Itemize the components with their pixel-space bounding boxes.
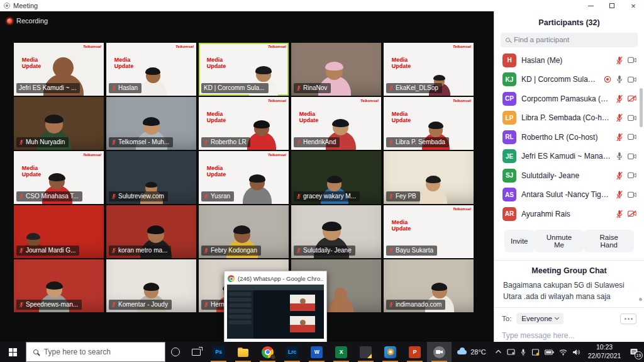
chevron-up-icon[interactable]	[495, 349, 502, 354]
invite-button[interactable]: Invite	[504, 230, 535, 252]
chat-message-input[interactable]	[502, 331, 636, 340]
video-tile[interactable]: Febry Kodongan	[199, 205, 289, 258]
participant-row[interactable]: H Haslan (Me)	[494, 51, 644, 71]
taskbar-app-word[interactable]: W	[304, 342, 329, 362]
muted-mic-icon	[296, 193, 301, 200]
participant-row[interactable]: RL Robertho LR (Co-host)	[494, 128, 644, 147]
cam-on-icon	[628, 153, 636, 160]
notification-center-button[interactable]: 19	[625, 342, 644, 362]
video-tile[interactable]: Telkomsel Media Update CSO Minahasa T...	[14, 151, 104, 204]
taskbar-app-excel[interactable]: X	[329, 342, 353, 362]
taskbar-clock[interactable]: 10:23 22/07/2021	[584, 342, 626, 362]
raise-hand-button[interactable]: Raise Hand	[584, 230, 634, 252]
video-tile[interactable]: gracey wakary M...	[291, 151, 381, 204]
participant-row[interactable]: JE Jefri ES Kamudi ~ Manado	[494, 147, 644, 166]
microphone-tray-icon[interactable]	[520, 348, 526, 356]
video-tile[interactable]: Telkomsel - Muh...	[106, 97, 196, 150]
tile-name-label: Robertho LR	[201, 137, 250, 147]
tile-name-label: Komentar - Joudy	[109, 300, 172, 310]
mic-off-icon	[616, 133, 623, 142]
participant-row[interactable]: KJ KD | Corcomm Sulaw... (Host)	[494, 70, 644, 89]
telkomsel-logo: Telkomsel	[83, 153, 101, 157]
taskbar-app-sticky-notes[interactable]	[353, 342, 378, 362]
video-tile[interactable]: Sulutdaily- Jeane	[291, 205, 381, 258]
video-tile[interactable]: Telkomsel Media Update Libra P. Sembada	[384, 97, 474, 150]
clock-date: 22/07/2021	[588, 352, 621, 361]
utility-tray-icon[interactable]	[531, 349, 540, 356]
whatsapp-thumbnail[interactable]	[227, 285, 324, 339]
video-tile[interactable]: Telkomsel Media Update Jefri ES Kamudi ~…	[14, 43, 104, 96]
weather-widget[interactable]: 28°C	[452, 342, 492, 362]
video-tile[interactable]: Telkomsel Media Update HendrikAnd	[291, 97, 381, 150]
taskbar-app-photoshop[interactable]: Ps	[206, 342, 231, 362]
tile-name-label: Yusran	[201, 191, 234, 201]
video-tile[interactable]: Komentar - Joudy	[106, 259, 196, 312]
tile-participant-name: Robertho LR	[211, 139, 247, 145]
whatsapp-popup-title: (246) WhatsApp - Google Chro...	[238, 275, 324, 282]
video-tile[interactable]: indimanado.com	[384, 259, 474, 312]
participant-name: Libra P. Sembada (Co-host)	[521, 113, 611, 122]
video-tile[interactable]: Telkomsel Media Update EkaKel_DLSop	[384, 43, 474, 96]
tile-name-label: Sulutdaily- Jeane	[294, 246, 355, 256]
video-tile[interactable]: Telkomsel Media Update Haslan	[106, 43, 196, 96]
participant-row[interactable]: AR Ayurahmi Rais	[494, 205, 644, 224]
participant-row[interactable]: LP Libra P. Sembada (Co-host)	[494, 108, 644, 128]
battery-icon[interactable]	[545, 349, 554, 355]
participant-search[interactable]	[501, 33, 638, 47]
participant-row[interactable]: CP Corpcomm Pamasuka (Co-host)	[494, 89, 644, 109]
tile-name-label: Bayu Sukarta	[386, 246, 437, 256]
video-tile[interactable]: Telkomsel Media Update Robertho LR	[199, 97, 289, 150]
chrome-notification-badge	[270, 354, 275, 359]
start-button[interactable]	[0, 342, 26, 362]
unmute-me-button[interactable]: Unmute Me	[535, 230, 584, 252]
video-tile[interactable]: Speednews-man...	[14, 259, 104, 312]
chat-recipient-dropdown[interactable]: Everyone	[516, 313, 564, 324]
taskbar-search[interactable]	[26, 342, 165, 362]
taskbar-app-lightroom[interactable]: Lrc	[280, 342, 304, 362]
close-button[interactable]: ×	[623, 0, 644, 11]
display-cast-icon[interactable]	[507, 349, 515, 356]
muted-mic-icon	[204, 193, 209, 200]
participants-scrollbar[interactable]	[640, 88, 643, 127]
video-tile[interactable]: Telkomsel Media Update Bayu Sukarta	[384, 205, 474, 258]
telkomsel-logo: Telkomsel	[453, 207, 471, 211]
volume-icon[interactable]	[572, 349, 580, 356]
minimize-button[interactable]	[580, 0, 601, 11]
participant-row[interactable]: SJ Sulutdaily- Jeane	[494, 166, 644, 186]
mic-off-icon	[616, 113, 623, 122]
tile-participant-name: gracey wakary M...	[303, 193, 356, 200]
tile-participant-name: KD | Corcomm Sula...	[204, 85, 265, 91]
tile-name-label: Journal Mardi G...	[16, 246, 79, 256]
cortana-button[interactable]	[165, 342, 186, 362]
tile-name-label: Libra P. Sembada	[386, 137, 449, 147]
weather-temp: 28°C	[470, 348, 486, 356]
taskbar-app-media-player[interactable]	[378, 342, 402, 362]
participant-search-input[interactable]	[514, 36, 633, 43]
video-tile[interactable]: Muh Nuryadin	[14, 97, 104, 150]
telkomsel-logo: Telkomsel	[268, 99, 286, 103]
taskbar-app-powerpoint[interactable]: P	[402, 342, 427, 362]
taskbar-app-zoom-meeting[interactable]	[427, 342, 452, 362]
video-tile[interactable]: Telkomsel Media Update KD | Corcomm Sula…	[199, 43, 289, 96]
taskbar-search-input[interactable]	[44, 348, 158, 356]
chat-scrollbar[interactable]	[639, 298, 642, 301]
mic-off-icon	[616, 94, 623, 103]
task-view-button[interactable]	[186, 342, 206, 362]
taskbar-app-file-explorer[interactable]	[231, 342, 255, 362]
video-tile[interactable]: Fey PB	[384, 151, 474, 204]
muted-mic-icon	[19, 302, 24, 308]
video-tile[interactable]: RinaNov	[291, 43, 381, 96]
wifi-icon[interactable]	[559, 349, 567, 356]
video-tile[interactable]: Sulutreview.com	[106, 151, 196, 204]
video-tile[interactable]: koran metro ma...	[106, 205, 196, 258]
participant-avatar: AS	[502, 188, 516, 201]
restore-button[interactable]	[601, 0, 623, 11]
video-tile[interactable]: Journal Mardi G...	[14, 205, 104, 258]
taskbar-app-chrome[interactable]	[255, 342, 280, 362]
telkomsel-logo: Telkomsel	[453, 45, 471, 48]
participant-row[interactable]: AS Antara Sulut -Nancy Tigauw	[494, 185, 644, 205]
video-tile[interactable]: Telkomsel Media Update Yusran	[199, 151, 289, 204]
whatsapp-preview-popup[interactable]: (246) WhatsApp - Google Chro...	[224, 271, 327, 342]
tile-participant-name: indimanado.com	[396, 302, 441, 308]
chat-more-button[interactable]	[620, 314, 636, 324]
